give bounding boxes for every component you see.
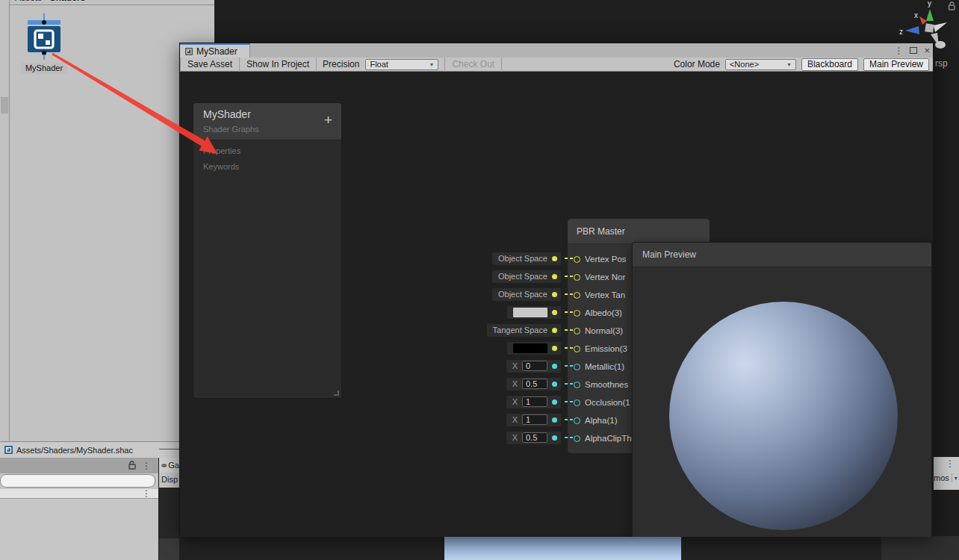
game-tab-label: Ga [168,461,179,470]
game-view-tab[interactable]: Ga [159,458,179,473]
port-circle-icon[interactable] [574,256,580,263]
breadcrumb-shaders[interactable]: Shaders [50,0,85,3]
connector-dash [570,365,573,367]
gizmos-menu-icon[interactable]: ⋮ [946,459,955,468]
connector-dash [570,401,573,402]
float-value-field[interactable]: 0.5 [522,379,547,389]
port-circle-icon[interactable] [574,399,580,406]
port-label: Alpha(1) [585,416,617,425]
color-swatch[interactable] [513,343,547,353]
blackboard-subtitle: Shader Graphs [203,125,259,134]
asset-label[interactable]: MyShader [21,63,67,74]
blackboard-resize-grip[interactable] [334,391,339,396]
axis-y-label: y [928,0,931,7]
scrollbar-thumb[interactable] [1,97,8,113]
precision-dropdown[interactable]: Float ▼ [365,59,438,70]
space-value: Object Space [498,290,547,299]
port-circle-icon[interactable] [574,346,580,352]
main-preview-panel[interactable]: Main Preview [632,242,932,537]
axis-z-label: z [899,28,903,36]
tab-myshader[interactable]: MyShader [180,43,250,57]
color-mode-dropdown[interactable]: <None> ▼ [725,59,796,70]
gizmos-divider [952,473,952,482]
display-dropdown[interactable]: Disp [159,473,179,488]
port-circle-icon[interactable] [574,417,580,424]
blackboard-section-properties[interactable]: Properties [203,146,240,155]
gizmos-dropdown-arrow[interactable]: ▾ [955,475,958,482]
port-circle-icon[interactable] [574,274,580,281]
blackboard-panel[interactable]: MyShader Shader Graphs + Properties Keyw… [193,102,342,399]
preview-title: Main Preview [642,249,696,260]
panel-header: ⋮ [0,458,158,473]
shader-file-icon [4,445,13,455]
color-swatch-field[interactable] [507,342,561,355]
sub-header-strip: ⋮ [0,489,158,499]
connector-dot-icon [552,256,557,261]
x-component-label: X [512,397,518,406]
float-input[interactable]: X0.5 [506,378,561,391]
float-value-field[interactable]: 0 [522,361,547,371]
blackboard-section-keywords[interactable]: Keywords [203,162,239,171]
port-label: Vertex Pos [585,255,627,264]
port-circle-icon[interactable] [574,382,580,388]
add-property-button[interactable]: + [324,113,332,127]
strip-menu-icon[interactable]: ⋮ [142,489,151,498]
float-input[interactable]: X0 [506,360,561,373]
float-value-field[interactable]: 0.5 [522,432,547,443]
connector-dash [570,347,573,349]
window-maximize-icon[interactable] [910,47,917,54]
connector-dot-icon [552,346,557,351]
connector-dot-icon [552,399,557,405]
input-widget-row [423,303,573,321]
window-close-icon[interactable]: × [924,46,930,55]
connector-dash [570,437,573,438]
connector-dash [570,276,573,277]
connector-dash [565,258,568,259]
unlock-icon[interactable] [128,461,136,470]
space-dropdown[interactable]: Tangent Space [487,324,561,337]
preview-sphere[interactable] [669,302,898,530]
save-asset-button[interactable]: Save Asset [180,57,240,72]
float-input[interactable]: X1 [506,414,561,426]
input-widget-row: Object Space [423,267,573,285]
color-swatch-field[interactable] [507,306,561,319]
connector-dash [565,329,568,331]
asset-myshader[interactable]: MyShader [22,12,67,76]
color-swatch[interactable] [513,308,547,317]
space-dropdown[interactable]: Object Space [492,288,561,301]
breadcrumb-assets[interactable]: Assets [15,0,42,3]
gamepad-icon [161,462,167,469]
float-input[interactable]: X0.5 [506,432,561,444]
panel-menu-icon[interactable]: ⋮ [142,461,151,470]
show-in-project-button[interactable]: Show In Project [240,57,317,72]
port-circle-icon[interactable] [574,310,580,317]
input-widget-row [423,339,573,357]
port-circle-icon[interactable] [574,292,580,299]
input-widget-row: X0 [423,357,573,375]
node-input-widgets: Object SpaceObject SpaceObject SpaceTang… [423,249,573,447]
pane-resize-crease[interactable] [159,449,179,449]
scene-lock-icon[interactable] [947,1,956,11]
space-dropdown[interactable]: Object Space [492,270,561,283]
gizmos-label-clipped[interactable]: mos [934,473,949,482]
color-mode-label: Color Mode [674,59,720,69]
float-input[interactable]: X1 [506,396,561,408]
blackboard-toggle-button[interactable]: Blackboard [801,58,858,71]
float-value-field[interactable]: 1 [522,414,547,425]
shadergraph-tab-icon [184,47,193,56]
connector-dot-icon [552,310,557,315]
main-preview-toggle-button[interactable]: Main Preview [863,58,929,71]
project-left-scrollbar[interactable] [0,0,10,441]
port-label: Smoothnes [585,380,628,389]
connector-dash [565,437,568,438]
gizmos-chip: ⋮ mos ▾ [931,457,959,490]
port-circle-icon[interactable] [574,328,580,335]
port-circle-icon[interactable] [574,364,580,370]
space-dropdown[interactable]: Object Space [492,252,561,265]
connector-dash [570,329,573,331]
window-menu-icon[interactable]: ⋮ [894,46,903,55]
graph-canvas[interactable]: MyShader Shader Graphs + Properties Keyw… [180,72,933,537]
port-circle-icon[interactable] [574,435,580,442]
float-value-field[interactable]: 1 [522,396,547,407]
search-field[interactable] [0,474,155,488]
